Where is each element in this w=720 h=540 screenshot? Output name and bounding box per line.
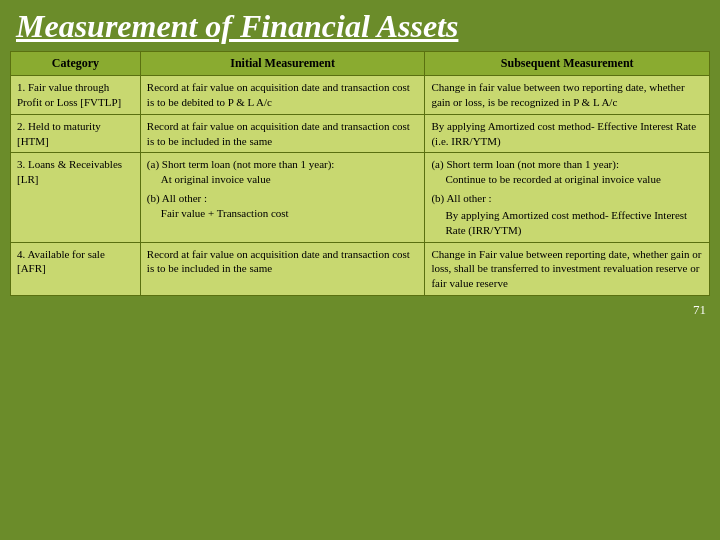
row3-initial-invoice: At original invoice value [147,172,419,187]
header-initial: Initial Measurement [140,52,425,76]
header-category: Category [11,52,141,76]
row3-category: 3. Loans & Receivables [LR] [11,153,141,242]
row3-subsequent-a: (a) Short term loan (not more than 1 yea… [431,157,703,172]
row2-initial: Record at fair value on acquisition date… [140,114,425,153]
row3-initial-fair: Fair value + Transaction cost [147,206,419,221]
row3-num: 3. [17,158,25,170]
page-number: 71 [0,300,720,320]
row3-initial-b: (b) All other : [147,191,419,206]
header-subsequent: Subsequent Measurement [425,52,710,76]
row4-initial: Record at fair value on acquisition date… [140,242,425,296]
row1-initial: Record at fair value on acquisition date… [140,76,425,115]
row4-cat-text: Available for sale [AFR] [17,248,105,275]
main-table-wrapper: Category Initial Measurement Subsequent … [0,51,720,300]
row4-category: 4. Available for sale [AFR] [11,242,141,296]
page-title: Measurement of Financial Assets [0,0,720,51]
row2-subsequent: By applying Amortized cost method- Effec… [425,114,710,153]
table-row: 2. Held to maturity [HTM] Record at fair… [11,114,710,153]
table-row: 4. Available for sale [AFR] Record at fa… [11,242,710,296]
row3-cat-text: Loans & Receivables [LR] [17,158,122,185]
row1-category: 1. Fair value through Profit or Loss [FV… [11,76,141,115]
row2-num: 2. [17,120,25,132]
row2-cat-text: Held to maturity [HTM] [17,120,101,147]
row3-initial: (a) Short term loan (not more than 1 yea… [140,153,425,242]
table-row: 1. Fair value through Profit or Loss [FV… [11,76,710,115]
row3-subsequent: (a) Short term loan (not more than 1 yea… [425,153,710,242]
row1-subsequent: Change in fair value between two reporti… [425,76,710,115]
row3-initial-a: (a) Short term loan (not more than 1 yea… [147,157,419,172]
row3-subsequent-b: (b) All other : [431,191,703,206]
row3-subsequent-continue: Continue to be recorded at original invo… [431,172,703,187]
row1-cat-text: Fair value through Profit or Loss [FVTLP… [17,81,121,108]
row3-subsequent-amort: By applying Amortized cost method- Effec… [431,208,703,238]
row4-num: 4. [17,248,25,260]
row2-category: 2. Held to maturity [HTM] [11,114,141,153]
row4-subsequent: Change in Fair value between reporting d… [425,242,710,296]
financial-assets-table: Category Initial Measurement Subsequent … [10,51,710,296]
table-row: 3. Loans & Receivables [LR] (a) Short te… [11,153,710,242]
row1-num: 1. [17,81,25,93]
